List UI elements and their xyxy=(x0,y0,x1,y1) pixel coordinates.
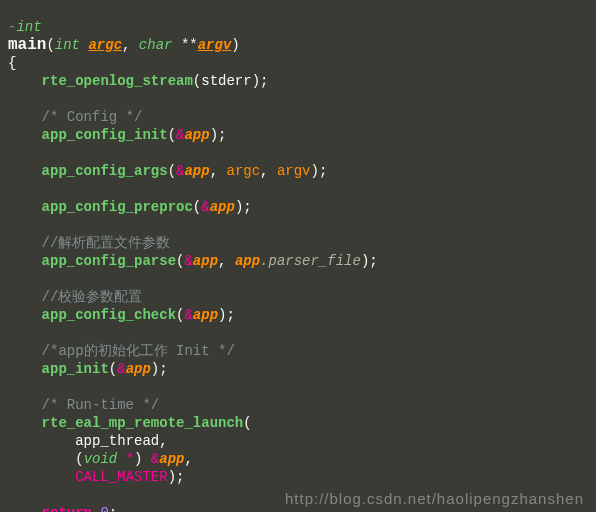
code-block: -int main(int argc, char **argv) { rte_o… xyxy=(0,0,596,512)
type-int: int xyxy=(16,19,41,35)
comment-runtime: /* Run-time */ xyxy=(42,397,160,413)
param-type-char: char xyxy=(139,37,173,53)
field-parser-file: .parser_file xyxy=(260,253,361,269)
call-config-preproc: app_config_preproc xyxy=(42,199,193,215)
call-config-init: app_config_init xyxy=(42,127,168,143)
ident-call-master: CALL_MASTER xyxy=(75,469,167,485)
call-rte-openlog: rte_openlog_stream xyxy=(42,73,193,89)
call-app-init: app_init xyxy=(42,361,109,377)
call-config-check: app_config_check xyxy=(42,307,176,323)
call-config-parse: app_config_parse xyxy=(42,253,176,269)
param-argv: argv xyxy=(198,37,232,53)
keyword-return: return xyxy=(42,505,92,512)
watermark: http://blog.csdn.net/haolipengzhanshen xyxy=(285,490,584,508)
func-main: main xyxy=(8,36,46,54)
ident-app-thread: app_thread xyxy=(75,433,159,449)
open-paren: ( xyxy=(46,37,54,53)
stars: ** xyxy=(181,37,198,53)
param-argc: argc xyxy=(88,37,122,53)
open-brace: { xyxy=(8,55,16,71)
ident-app: app xyxy=(184,127,209,143)
param-type-int: int xyxy=(55,37,80,53)
ident-argv: argv xyxy=(277,163,311,179)
close-paren: ) xyxy=(231,37,239,53)
comma: , xyxy=(122,37,139,53)
call-rte-eal-launch: rte_eal_mp_remote_launch xyxy=(42,415,244,431)
ident-stderr: stderr xyxy=(201,73,251,89)
cast-void: void xyxy=(84,451,118,467)
call-config-args: app_config_args xyxy=(42,163,168,179)
literal-zero: 0 xyxy=(100,505,108,512)
comment-parse-cn: //解析配置文件参数 xyxy=(42,235,171,251)
ident-argc: argc xyxy=(226,163,260,179)
comment-config: /* Config */ xyxy=(42,109,143,125)
comment-check-cn: //校验参数配置 xyxy=(42,289,143,305)
comment-init: /*app的初始化工作 Init */ xyxy=(42,343,235,359)
